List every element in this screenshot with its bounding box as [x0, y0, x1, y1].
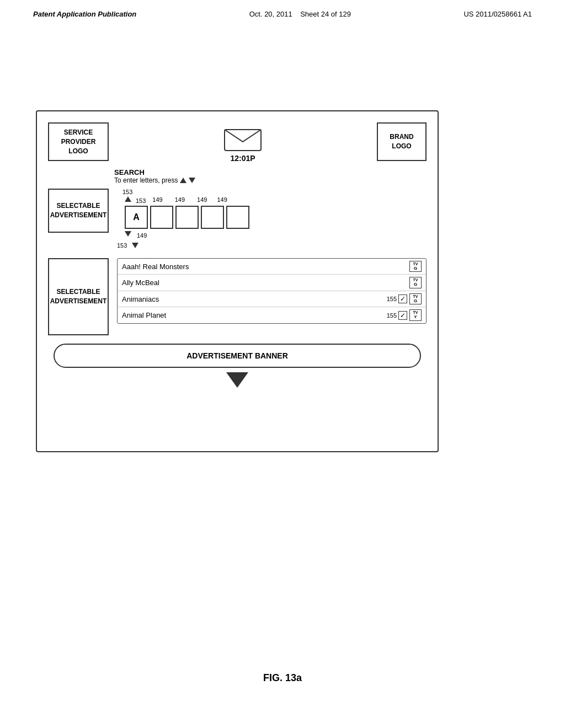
publication-label: Patent Application Publication	[33, 10, 136, 18]
patent-number: US 2011/0258661 A1	[463, 10, 532, 18]
service-provider-logo-box: SERVICEPROVIDERLOGO	[48, 122, 109, 161]
program-title-4: Animal Planet	[122, 311, 387, 319]
list-item-3: Animaniacs 155 ✓ TV G 159 }	[118, 291, 426, 307]
list-item-4: Animal Planet 155 ✓ TV Y 159 }	[118, 307, 426, 323]
annotation-153-bottom: 153	[117, 242, 127, 249]
letter-box-3[interactable]	[175, 206, 199, 229]
list-container: Aaah! Real Monsters TV G 159 } Ally McBe…	[117, 258, 427, 324]
down-nav-arrow[interactable]	[48, 372, 427, 390]
list-item-1: Aaah! Real Monsters TV G 159 }	[118, 259, 426, 275]
tv-rating-2: TV G	[409, 277, 422, 288]
annotation-149-4: 149	[217, 196, 227, 203]
annotation-149-1: 149	[152, 196, 162, 203]
advertisement-banner: ADVERTISEMENT BANNER	[54, 344, 421, 368]
down-nav-triangle-icon	[226, 372, 248, 388]
clock-area: 12:01P	[223, 125, 262, 163]
annotation-149-5: 149	[137, 232, 147, 239]
checkbox-3[interactable]: ✓	[398, 295, 407, 303]
rating-area-1: TV G	[409, 261, 422, 272]
search-area: SEARCH To enter letters, press	[114, 168, 427, 184]
program-title-3: Animaniacs	[122, 295, 387, 303]
rating-area-2: TV G	[409, 277, 422, 288]
tv-rating-4: TV Y	[409, 309, 422, 320]
down-triangle-icon	[189, 178, 195, 183]
tv-rating-3: TV G	[409, 293, 422, 304]
annotation-153-inner: 153	[136, 197, 146, 204]
program-title-1: Aaah! Real Monsters	[122, 263, 409, 271]
up-arrow-button[interactable]	[125, 196, 131, 202]
letter-boxes-row: A	[125, 206, 427, 229]
search-label: SEARCH	[114, 168, 427, 176]
down-arrow-button[interactable]	[125, 231, 131, 237]
letter-boxes-area: 153 153 149 149 149 149	[117, 189, 427, 250]
letter-box-4[interactable]	[201, 206, 224, 229]
envelope-icon	[223, 125, 262, 153]
rating-area-4: TV Y	[409, 309, 422, 320]
annotation-149-3: 149	[197, 196, 207, 203]
search-instruction: To enter letters, press	[114, 176, 427, 184]
letter-a: A	[133, 212, 140, 222]
page-header: Patent Application Publication Oct. 20, …	[0, 0, 565, 18]
rating-area-3: TV G	[409, 293, 422, 304]
annotation-153-top: 153	[122, 189, 132, 195]
letter-box-5[interactable]	[226, 206, 249, 229]
publication-date: Oct. 20, 2011 Sheet 24 of 129	[249, 10, 351, 18]
figure-middle-row: SELECTABLEADVERTISEMENT 153 153 149 149 …	[48, 189, 427, 250]
selectable-ad-1: SELECTABLEADVERTISEMENT	[48, 189, 109, 233]
figure-container: SERVICEPROVIDERLOGO 12:01P BRANDLOGO SEA…	[36, 110, 439, 452]
figure-caption: FIG. 13a	[263, 672, 302, 684]
annotation-155-2: 155	[387, 312, 397, 319]
program-title-2: Ally McBeal	[122, 279, 409, 287]
figure-lower-row: SELECTABLEADVERTISEMENT Aaah! Real Monst…	[48, 258, 427, 335]
letter-box-2[interactable]	[150, 206, 173, 229]
program-list: Aaah! Real Monsters TV G 159 } Ally McBe…	[117, 258, 427, 324]
service-provider-text: SERVICEPROVIDERLOGO	[61, 128, 96, 156]
up-triangle-icon	[180, 178, 186, 183]
caption-text: FIG. 13a	[263, 672, 302, 683]
brand-logo-text: BRANDLOGO	[390, 132, 413, 151]
brand-logo-box: BRANDLOGO	[377, 122, 427, 161]
clock-time: 12:01P	[230, 154, 255, 163]
checkbox-4[interactable]: ✓	[398, 311, 407, 320]
figure-top-row: SERVICEPROVIDERLOGO 12:01P BRANDLOGO	[48, 122, 427, 163]
list-item-2: Ally McBeal TV G 159 }	[118, 275, 426, 291]
selectable-ad-2: SELECTABLEADVERTISEMENT	[48, 258, 109, 335]
active-letter-box[interactable]: A	[125, 206, 148, 229]
ad-banner-text: ADVERTISEMENT BANNER	[186, 351, 288, 360]
annotation-155-1: 155	[387, 296, 397, 302]
annotation-149-2: 149	[175, 196, 185, 203]
tv-rating-1: TV G	[409, 261, 422, 272]
